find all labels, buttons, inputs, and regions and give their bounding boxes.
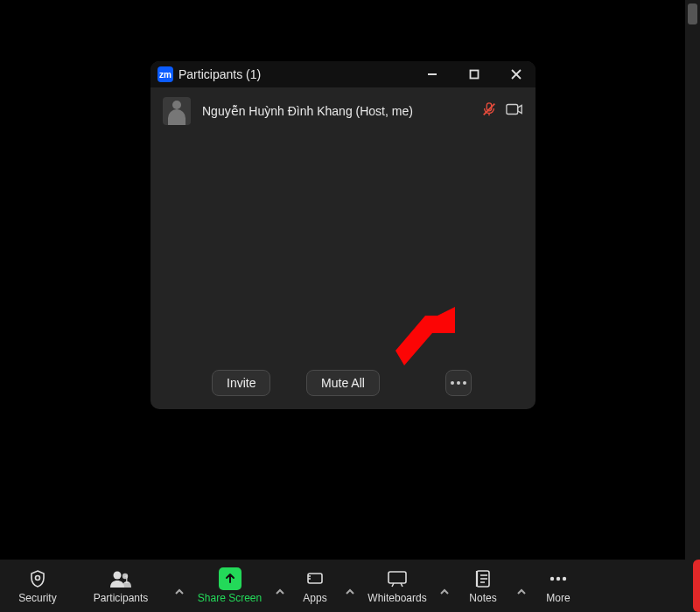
notes-icon bbox=[474, 568, 492, 589]
more-label: More bbox=[546, 592, 570, 604]
apps-icon bbox=[305, 568, 325, 589]
share-submenu-caret[interactable] bbox=[270, 575, 290, 596]
shield-icon bbox=[28, 568, 47, 589]
participants-button[interactable]: 1 Participants bbox=[73, 568, 169, 604]
window-scrollbar[interactable] bbox=[685, 0, 700, 560]
invite-button[interactable]: Invite bbox=[212, 370, 270, 396]
close-button[interactable] bbox=[504, 62, 528, 87]
ellipsis-icon bbox=[451, 381, 466, 385]
svg-rect-13 bbox=[388, 572, 406, 583]
meeting-toolbar: Security 1 Participants bbox=[0, 560, 700, 612]
end-meeting-button-edge[interactable] bbox=[693, 560, 700, 612]
svg-point-9 bbox=[36, 575, 40, 580]
apps-button[interactable]: Apps bbox=[290, 568, 340, 604]
participants-submenu-caret[interactable] bbox=[169, 575, 190, 596]
participant-status-icons bbox=[481, 101, 523, 121]
notes-submenu-caret[interactable] bbox=[511, 575, 532, 596]
whiteboards-button[interactable]: Whiteboards bbox=[360, 568, 434, 604]
maximize-button[interactable] bbox=[462, 62, 486, 87]
mute-all-button[interactable]: Mute All bbox=[306, 370, 380, 396]
share-screen-button[interactable]: Share Screen bbox=[190, 568, 270, 604]
participants-panel: zm Participants (1) Nguyễn Huỳnh Đình Kh… bbox=[150, 61, 536, 409]
window-controls bbox=[420, 62, 528, 87]
svg-rect-1 bbox=[471, 71, 479, 79]
whiteboards-submenu-caret[interactable] bbox=[434, 575, 455, 596]
people-icon: 1 bbox=[108, 568, 134, 589]
whiteboards-label: Whiteboards bbox=[368, 592, 426, 604]
ellipsis-icon bbox=[548, 568, 569, 589]
zoom-logo-icon: zm bbox=[158, 66, 173, 82]
svg-point-22 bbox=[556, 576, 560, 580]
participant-row[interactable]: Nguyễn Huỳnh Đình Khang (Host, me) bbox=[150, 87, 536, 135]
share-screen-label: Share Screen bbox=[198, 592, 262, 604]
svg-point-23 bbox=[563, 576, 566, 580]
apps-label: Apps bbox=[303, 592, 326, 604]
svg-point-10 bbox=[114, 571, 122, 579]
more-button[interactable]: More bbox=[532, 560, 584, 612]
whiteboard-icon bbox=[387, 568, 408, 589]
minimize-button[interactable] bbox=[420, 62, 444, 87]
participant-name-label: Nguyễn Huỳnh Đình Khang (Host, me) bbox=[202, 104, 481, 118]
apps-submenu-caret[interactable] bbox=[340, 575, 360, 596]
panel-titlebar[interactable]: zm Participants (1) bbox=[150, 61, 536, 87]
svg-rect-7 bbox=[507, 105, 518, 115]
microphone-muted-icon bbox=[481, 101, 497, 121]
svg-point-21 bbox=[550, 576, 554, 580]
participants-count-badge: 1 bbox=[123, 574, 130, 586]
notes-button[interactable]: Notes bbox=[455, 568, 511, 604]
share-screen-icon bbox=[219, 567, 242, 590]
notes-label: Notes bbox=[469, 592, 496, 604]
camera-icon bbox=[506, 102, 523, 120]
panel-footer: Invite Mute All bbox=[150, 357, 536, 409]
scrollbar-thumb[interactable] bbox=[688, 3, 697, 24]
avatar bbox=[163, 97, 191, 125]
more-options-button[interactable] bbox=[445, 370, 472, 396]
participants-label: Participants bbox=[94, 592, 149, 604]
security-label: Security bbox=[18, 592, 56, 604]
security-button[interactable]: Security bbox=[3, 560, 73, 612]
panel-title: Participants (1) bbox=[178, 67, 420, 81]
